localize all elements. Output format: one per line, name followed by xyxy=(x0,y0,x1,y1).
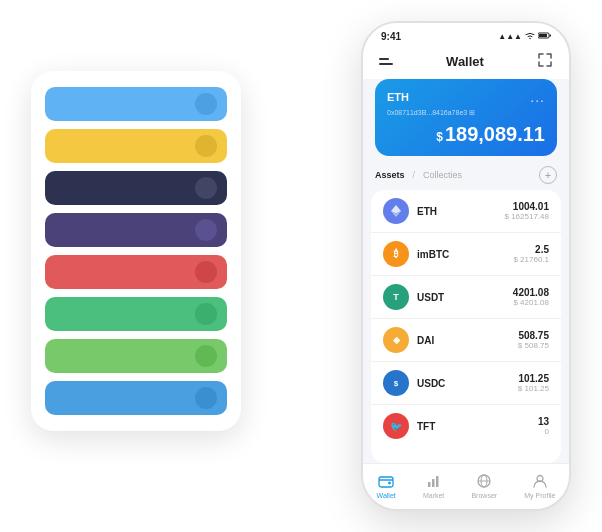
bg-card-dot-4 xyxy=(195,219,217,241)
asset-values-imbtc: 2.5 $ 21760.1 xyxy=(513,244,549,264)
nav-item-wallet[interactable]: Wallet xyxy=(377,472,396,499)
asset-amount-imbtc: 2.5 xyxy=(513,244,549,255)
imbtc-icon: ₿ xyxy=(383,241,409,267)
asset-amount-dai: 508.75 xyxy=(518,330,549,341)
bg-card-dot-7 xyxy=(195,345,217,367)
asset-usd-tft: 0 xyxy=(538,427,549,436)
expand-icon[interactable] xyxy=(537,52,553,71)
menu-line-1 xyxy=(379,58,389,60)
nav-label-browser: Browser xyxy=(471,492,497,499)
page-title: Wallet xyxy=(446,54,484,69)
menu-line-2 xyxy=(379,63,393,65)
nav-label-wallet: Wallet xyxy=(377,492,396,499)
list-item[interactable]: ◈ DAI 508.75 $ 508.75 xyxy=(371,319,561,362)
asset-name-usdt: USDT xyxy=(417,292,513,303)
usdt-icon: T xyxy=(383,284,409,310)
phone-content: ETH ... 0x08711d3B...8416a78e3 ⊞ $189,08… xyxy=(363,79,569,463)
bg-card-panel xyxy=(31,71,241,431)
asset-usd-usdt: $ 4201.08 xyxy=(513,298,549,307)
nav-header: Wallet xyxy=(363,46,569,79)
tab-collecties[interactable]: Collecties xyxy=(423,170,462,180)
bg-card-row-8 xyxy=(45,381,227,415)
list-item[interactable]: $ USDC 101.25 $ 101.25 xyxy=(371,362,561,405)
bg-card-row-4 xyxy=(45,213,227,247)
assets-header: Assets / Collecties + xyxy=(363,166,569,190)
eth-icon xyxy=(383,198,409,224)
bg-card-dot-8 xyxy=(195,387,217,409)
bottom-nav: Wallet Market xyxy=(363,463,569,509)
bg-card-dot-1 xyxy=(195,93,217,115)
profile-nav-icon xyxy=(531,472,549,490)
asset-usd-dai: $ 508.75 xyxy=(518,341,549,350)
eth-balance: $189,089.11 xyxy=(387,123,545,146)
menu-icon[interactable] xyxy=(379,58,393,65)
bg-card-dot-3 xyxy=(195,177,217,199)
add-asset-button[interactable]: + xyxy=(539,166,557,184)
list-item[interactable]: T USDT 4201.08 $ 4201.08 xyxy=(371,276,561,319)
asset-usd-eth: $ 162517.48 xyxy=(505,212,550,221)
asset-name-eth: ETH xyxy=(417,206,505,217)
asset-usd-usdc: $ 101.25 xyxy=(518,384,549,393)
signal-icon: ▲▲▲ xyxy=(498,32,522,41)
asset-values-usdt: 4201.08 $ 4201.08 xyxy=(513,287,549,307)
bg-card-dot-2 xyxy=(195,135,217,157)
bg-card-row-6 xyxy=(45,297,227,331)
assets-tabs: Assets / Collecties xyxy=(375,170,462,180)
eth-card[interactable]: ETH ... 0x08711d3B...8416a78e3 ⊞ $189,08… xyxy=(375,79,557,156)
svg-rect-9 xyxy=(436,476,439,487)
list-item[interactable]: ETH 1004.01 $ 162517.48 xyxy=(371,190,561,233)
nav-label-market: Market xyxy=(423,492,444,499)
browser-nav-icon xyxy=(475,472,493,490)
status-time: 9:41 xyxy=(381,31,401,42)
market-nav-icon xyxy=(425,472,443,490)
asset-name-imbtc: imBTC xyxy=(417,249,513,260)
tab-divider: / xyxy=(413,170,416,180)
asset-amount-usdt: 4201.08 xyxy=(513,287,549,298)
list-item[interactable]: ₿ imBTC 2.5 $ 21760.1 xyxy=(371,233,561,276)
eth-card-menu[interactable]: ... xyxy=(530,89,545,105)
status-icons: ▲▲▲ xyxy=(498,32,551,42)
asset-amount-eth: 1004.01 xyxy=(505,201,550,212)
bg-card-row-1 xyxy=(45,87,227,121)
dai-icon: ◈ xyxy=(383,327,409,353)
nav-item-browser[interactable]: Browser xyxy=(471,472,497,499)
eth-address: 0x08711d3B...8416a78e3 ⊞ xyxy=(387,109,545,117)
scene: 9:41 ▲▲▲ Wallet xyxy=(11,11,591,521)
status-bar: 9:41 ▲▲▲ xyxy=(363,23,569,46)
list-item[interactable]: 🐦 TFT 13 0 xyxy=(371,405,561,447)
usdc-icon: $ xyxy=(383,370,409,396)
asset-values-dai: 508.75 $ 508.75 xyxy=(518,330,549,350)
balance-amount: 189,089.11 xyxy=(445,123,545,145)
tft-icon: 🐦 xyxy=(383,413,409,439)
bg-card-dot-5 xyxy=(195,261,217,283)
asset-amount-tft: 13 xyxy=(538,416,549,427)
bg-card-dot-6 xyxy=(195,303,217,325)
nav-item-profile[interactable]: My Profile xyxy=(524,472,555,499)
bg-card-row-7 xyxy=(45,339,227,373)
wifi-icon xyxy=(525,32,535,42)
svg-rect-7 xyxy=(428,482,431,487)
asset-values-usdc: 101.25 $ 101.25 xyxy=(518,373,549,393)
asset-values-eth: 1004.01 $ 162517.48 xyxy=(505,201,550,221)
asset-amount-usdc: 101.25 xyxy=(518,373,549,384)
asset-values-tft: 13 0 xyxy=(538,416,549,436)
svg-point-6 xyxy=(389,482,391,484)
bg-card-row-5 xyxy=(45,255,227,289)
svg-rect-5 xyxy=(379,477,393,487)
tab-assets[interactable]: Assets xyxy=(375,170,405,180)
battery-icon xyxy=(538,32,551,41)
asset-name-usdc: USDC xyxy=(417,378,518,389)
svg-rect-8 xyxy=(432,479,435,487)
asset-usd-imbtc: $ 21760.1 xyxy=(513,255,549,264)
wallet-nav-icon xyxy=(377,472,395,490)
asset-list: ETH 1004.01 $ 162517.48 ₿ imBTC 2.5 $ 21… xyxy=(371,190,561,463)
phone-frame: 9:41 ▲▲▲ Wallet xyxy=(361,21,571,511)
bg-card-row-2 xyxy=(45,129,227,163)
balance-currency: $ xyxy=(436,130,443,144)
nav-item-market[interactable]: Market xyxy=(423,472,444,499)
svg-rect-1 xyxy=(539,34,547,37)
asset-name-tft: TFT xyxy=(417,421,538,432)
nav-label-profile: My Profile xyxy=(524,492,555,499)
svg-rect-2 xyxy=(550,35,552,37)
eth-card-label: ETH xyxy=(387,91,409,103)
